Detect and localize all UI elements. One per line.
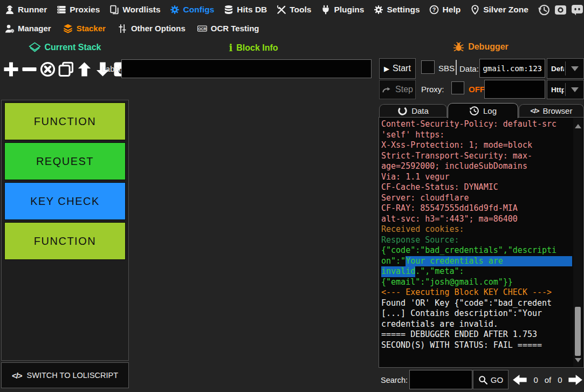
tab-label: Browser xyxy=(542,106,572,115)
selected-text: Your credentials are xyxy=(406,256,572,267)
tab-label: Log xyxy=(483,106,497,115)
tab-log[interactable]: Log xyxy=(448,103,518,118)
move-up-button[interactable] xyxy=(75,59,93,79)
top-menu: RunnerProxiesWordlistsConfigsHits DBTool… xyxy=(0,0,584,19)
menu-item-label: Manager xyxy=(18,24,51,33)
menu-item-label: Settings xyxy=(387,5,420,15)
log-line: Response Source: xyxy=(381,235,572,246)
menu-item-tools[interactable]: Tools xyxy=(276,5,311,15)
tab-data[interactable]: Data xyxy=(379,104,447,117)
debugger-header: Debugger xyxy=(377,42,584,52)
menu-item-label: Stacker xyxy=(77,24,106,33)
config-sub-menu: ManagerStackerOther OptionsOCROCR Testin… xyxy=(0,19,584,37)
current-stack-title: Current Stack xyxy=(45,43,101,52)
menu-item-hits-db[interactable]: Hits DB xyxy=(223,5,267,15)
menu-item-proxies[interactable]: Proxies xyxy=(56,5,100,15)
bug-icon xyxy=(453,42,464,52)
menu-item-settings[interactable]: Settings xyxy=(373,5,420,15)
help-icon: ? xyxy=(429,5,439,15)
log-line: {"code":"bad_credentials","descripti xyxy=(381,245,572,256)
log-scrollbar[interactable] xyxy=(573,118,582,367)
data-input[interactable]: gmail.com:123 xyxy=(479,59,545,78)
menu-item-label: Tools xyxy=(290,5,311,15)
step-button-label: Step xyxy=(395,85,413,94)
previous-match-button[interactable] xyxy=(512,374,527,388)
match-total: 0 xyxy=(558,375,562,384)
settings-icon xyxy=(373,5,383,15)
start-button-label: Start xyxy=(393,64,411,73)
screenshot-icon xyxy=(554,4,567,16)
configs-icon xyxy=(170,5,180,15)
tab-browser[interactable]: </>Browser xyxy=(519,104,584,117)
remove-block-icon xyxy=(22,60,37,78)
menu-item-other-options[interactable]: Other Options xyxy=(118,23,185,33)
sbs-checkbox[interactable] xyxy=(421,60,435,74)
scrollbar-thumb[interactable] xyxy=(575,307,581,356)
layers-diamond-icon xyxy=(29,42,41,53)
manager-icon xyxy=(4,23,15,33)
log-line: on":"Your credentials are xyxy=(381,256,572,267)
step-button[interactable]: Step xyxy=(379,80,416,99)
stack-block-key-check[interactable]: KEY CHECK xyxy=(4,182,126,220)
proxy-off-status: OFF xyxy=(469,85,485,94)
scrollbar-down-arrow[interactable] xyxy=(575,358,581,362)
menu-item-label: Silver Zone xyxy=(483,5,528,15)
log-line: CF-RAY: 85547555dd16d9fd-MIA xyxy=(381,203,572,214)
menu-item-plugins[interactable]: Plugins xyxy=(320,5,364,15)
screenshot-button[interactable] xyxy=(554,4,567,16)
switch-to-loliscript-button[interactable]: </> SWITCH TO LOLISCRIPT xyxy=(1,362,129,388)
wordlist-type-dropdown[interactable]: Default xyxy=(547,58,584,79)
proxy-type-dropdown[interactable]: Http xyxy=(547,80,584,99)
label-input[interactable] xyxy=(121,59,372,78)
menu-item-label: Runner xyxy=(18,5,47,15)
log-line: invalid.","meta": xyxy=(381,266,572,277)
scrollbar-up-arrow[interactable] xyxy=(575,124,581,128)
log-line: alt-svc: h3=":443"; ma=86400 xyxy=(381,214,572,225)
top-menu-right-icons xyxy=(538,4,584,16)
search-go-button[interactable]: GO xyxy=(473,370,509,389)
log-line: Server: cloudflare xyxy=(381,193,572,204)
log-line: Content-Security-Policy: default-src xyxy=(381,119,572,130)
menu-item-label: Other Options xyxy=(131,24,185,33)
clear-stack-button[interactable] xyxy=(39,59,56,79)
data-tab-icon xyxy=(397,106,408,116)
menu-item-help[interactable]: ?Help xyxy=(429,5,461,15)
log-line: Strict-Transport-Security: max- xyxy=(381,151,572,162)
stacker-icon xyxy=(63,23,73,33)
clone-block-button[interactable] xyxy=(57,59,74,79)
menu-item-ocr-testing[interactable]: OCROCR Testing xyxy=(197,23,259,33)
stack-block-function[interactable]: FUNCTION xyxy=(4,222,126,260)
proxy-checkbox[interactable] xyxy=(451,81,464,94)
clear-stack-icon xyxy=(40,60,56,78)
menu-item-manager[interactable]: Manager xyxy=(4,23,51,33)
menu-item-wordlists[interactable]: Wordlists xyxy=(109,5,160,15)
start-button[interactable]: ▶ Start xyxy=(379,58,416,79)
stack-block-function[interactable]: FUNCTION xyxy=(4,102,126,140)
log-line: X-Xss-Protection: 1; mode=block xyxy=(381,140,572,151)
menu-item-runner[interactable]: Runner xyxy=(4,5,47,15)
add-block-button[interactable] xyxy=(2,59,19,79)
menu-item-silver-zone[interactable]: Silver Zone xyxy=(470,5,528,15)
history-button[interactable] xyxy=(538,4,550,16)
proxies-icon xyxy=(56,5,66,15)
proxy-input[interactable] xyxy=(484,80,545,99)
menu-item-configs[interactable]: Configs xyxy=(170,5,215,15)
proxy-caption: Proxy: xyxy=(421,85,444,94)
remove-block-button[interactable] xyxy=(20,59,38,79)
runner-icon xyxy=(4,5,15,15)
log-output[interactable]: Content-Security-Policy: default-src'sel… xyxy=(381,119,572,366)
match-of-label: of xyxy=(545,375,552,384)
menu-item-stacker[interactable]: Stacker xyxy=(63,23,106,33)
menu-item-label: OCR Testing xyxy=(211,24,259,33)
debugger-divider xyxy=(456,60,457,75)
stack-block-request[interactable]: REQUEST xyxy=(4,142,126,180)
discord-button[interactable] xyxy=(571,4,583,16)
ocr-icon: OCR xyxy=(197,23,208,33)
history-icon xyxy=(538,4,550,16)
log-line: age=2592000; includeSubDomains xyxy=(381,161,572,172)
other-options-icon xyxy=(118,23,128,33)
chevron-down-icon[interactable] xyxy=(566,66,583,71)
search-input[interactable] xyxy=(409,370,472,389)
next-match-button[interactable] xyxy=(568,374,583,388)
chevron-down-icon[interactable] xyxy=(566,87,583,92)
